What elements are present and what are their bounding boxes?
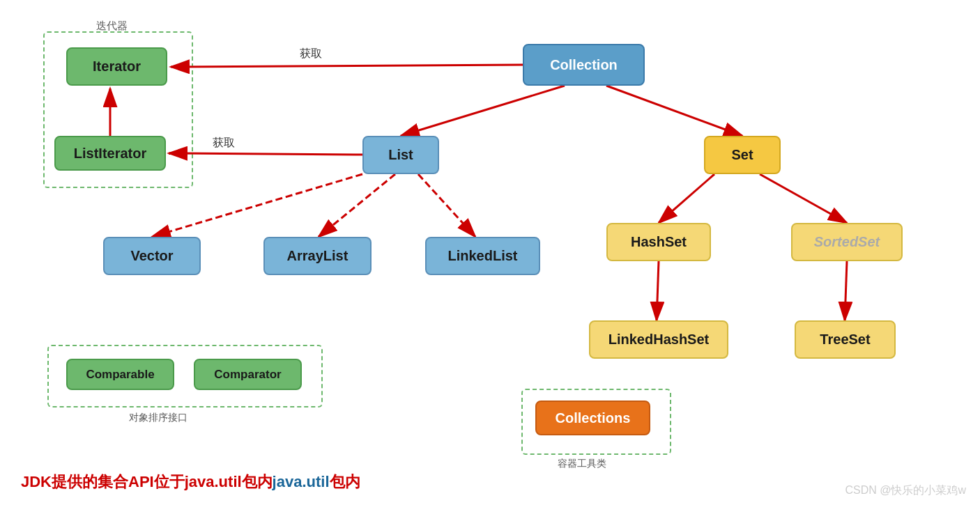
sort-interface-label: 对象排序接口: [129, 412, 187, 424]
diagram: 迭代器 对象排序接口 容器工具类 获取 获取: [0, 0, 980, 505]
svg-line-15: [418, 174, 475, 237]
listiterator-node: ListIterator: [54, 136, 166, 171]
comparable-node: Comparable: [66, 359, 174, 390]
collection-node: Collection: [523, 44, 645, 86]
iterator-group-label: 迭代器: [96, 20, 128, 33]
svg-line-9: [659, 174, 714, 223]
svg-line-10: [760, 174, 847, 223]
container-tool-label: 容器工具类: [558, 458, 606, 470]
svg-line-14: [319, 174, 395, 237]
svg-line-4: [169, 153, 362, 155]
linkedhashset-node: LinkedHashSet: [589, 320, 728, 359]
svg-line-7: [401, 86, 565, 136]
svg-text:获取: 获取: [213, 137, 235, 148]
iterator-node: Iterator: [66, 47, 167, 86]
svg-line-8: [606, 86, 742, 136]
arraylist-node: ArrayList: [263, 237, 372, 275]
bottom-label: JDK提供的集合API位于java.util包内java.util包内: [21, 472, 360, 492]
list-node: List: [362, 136, 439, 174]
svg-line-12: [845, 261, 847, 320]
svg-text:获取: 获取: [300, 47, 322, 59]
collections-node: Collections: [535, 401, 650, 435]
svg-line-11: [657, 261, 659, 320]
comparator-node: Comparator: [194, 359, 302, 390]
vector-node: Vector: [103, 237, 201, 275]
treeset-node: TreeSet: [795, 320, 896, 359]
linkedlist-node: LinkedList: [425, 237, 540, 275]
watermark: CSDN @快乐的小菜鸡w: [845, 483, 966, 498]
svg-line-2: [171, 65, 523, 67]
sortedset-node: SortedSet: [791, 223, 903, 261]
set-node: Set: [704, 136, 781, 174]
hashset-node: HashSet: [606, 223, 711, 261]
